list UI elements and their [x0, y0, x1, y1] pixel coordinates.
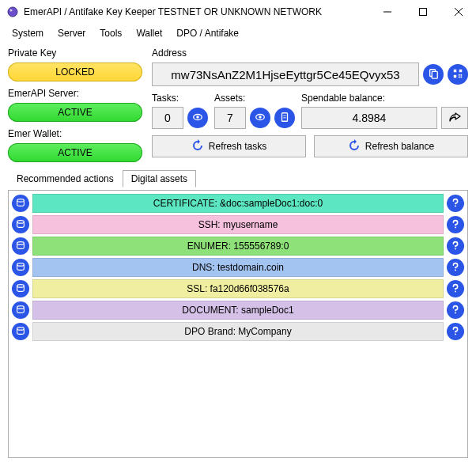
refresh-icon: [348, 139, 361, 154]
assets-panel: CERTIFICATE: &doc:sampleDoc1:doc:0SSH: m…: [8, 190, 468, 458]
asset-disk-button[interactable]: [12, 301, 29, 319]
asset-row: DPO Brand: MyCompany: [12, 322, 464, 341]
app-icon: [6, 6, 19, 18]
tasks-label: Tasks:: [152, 93, 208, 104]
svg-rect-7: [432, 71, 437, 78]
server-button[interactable]: ACTIVE: [8, 103, 142, 122]
private-key-button[interactable]: LOCKED: [8, 63, 142, 81]
close-button[interactable]: [440, 0, 476, 23]
tab-digital-assets[interactable]: Digital assets: [123, 170, 196, 188]
window-title: EmerAPI / Antifake Key Keeper TESTNET OR…: [24, 6, 369, 17]
svg-point-25: [455, 226, 456, 228]
copy-icon: [428, 68, 439, 81]
asset-help-button[interactable]: [447, 301, 464, 319]
svg-rect-10: [454, 74, 457, 78]
balance-value: 4.8984: [301, 107, 437, 129]
svg-point-26: [17, 241, 25, 244]
asset-help-button[interactable]: [447, 237, 464, 255]
asset-help-button[interactable]: [447, 323, 464, 340]
menu-dpo[interactable]: DPO / Antifake: [169, 25, 246, 41]
wallet-button[interactable]: ACTIVE: [8, 143, 142, 162]
asset-disk-button[interactable]: [12, 237, 29, 255]
svg-rect-19: [282, 112, 288, 121]
asset-label[interactable]: DOCUMENT: sampleDoc1: [32, 301, 444, 320]
disk-icon: [15, 325, 26, 339]
asset-disk-button[interactable]: [12, 280, 29, 297]
menu-tools[interactable]: Tools: [93, 25, 129, 41]
svg-point-1: [10, 9, 13, 11]
tasks-value: 0: [152, 107, 183, 129]
asset-label[interactable]: CERTIFICATE: &doc:sampleDoc1:doc:0: [32, 194, 444, 213]
asset-disk-button[interactable]: [12, 216, 29, 233]
address-value: mw73NsAnZ2M1HjseEyttgr5Ce45EQvyx53: [152, 63, 419, 86]
svg-point-35: [455, 333, 456, 335]
menu-server[interactable]: Server: [51, 25, 93, 41]
asset-help-button[interactable]: [447, 259, 464, 276]
disk-icon: [15, 218, 26, 232]
svg-rect-8: [454, 69, 457, 72]
tabbar: Recommended actions Digital assets: [8, 170, 468, 188]
view-tasks-button[interactable]: [187, 108, 208, 128]
menu-wallet[interactable]: Wallet: [129, 25, 169, 41]
asset-row: DOCUMENT: sampleDoc1: [12, 301, 464, 320]
balance-label: Spendable balance:: [301, 93, 468, 104]
svg-point-28: [17, 263, 25, 266]
asset-disk-button[interactable]: [12, 195, 29, 212]
help-icon: [450, 261, 461, 275]
help-icon: [450, 325, 461, 339]
view-assets-button[interactable]: [250, 108, 270, 128]
svg-point-16: [196, 116, 199, 119]
asset-label[interactable]: DPO Brand: MyCompany: [32, 322, 444, 341]
eye-icon: [192, 112, 203, 125]
send-button[interactable]: [441, 107, 468, 129]
help-icon: [450, 218, 461, 232]
menubar: System Server Tools Wallet DPO / Antifak…: [0, 24, 476, 43]
qr-address-button[interactable]: [448, 64, 468, 85]
asset-label[interactable]: SSL: fa120d66f038576a: [32, 279, 444, 298]
svg-point-29: [455, 269, 456, 271]
assets-value: 7: [214, 107, 246, 129]
asset-label[interactable]: ENUMER: 155556789:0: [32, 237, 444, 256]
refresh-balance-label: Refresh balance: [365, 141, 434, 152]
svg-point-18: [259, 116, 262, 119]
svg-rect-14: [461, 76, 463, 78]
qr-icon: [452, 68, 463, 81]
wallet-label: Emer Wallet:: [8, 128, 142, 139]
status-column: Private Key LOCKED EmerAPI Server: ACTIV…: [8, 47, 142, 162]
asset-help-button[interactable]: [447, 216, 464, 233]
menu-system[interactable]: System: [5, 25, 51, 41]
asset-row: DNS: testdomain.coin: [12, 258, 464, 277]
refresh-tasks-button[interactable]: Refresh tasks: [152, 135, 306, 157]
asset-label[interactable]: SSH: myusername: [32, 215, 444, 234]
assets-label: Assets:: [214, 93, 295, 104]
refresh-balance-button[interactable]: Refresh balance: [314, 135, 468, 157]
svg-point-27: [455, 248, 456, 249]
asset-help-button[interactable]: [447, 195, 464, 212]
svg-point-32: [17, 305, 25, 309]
minimize-button[interactable]: [369, 0, 405, 23]
asset-disk-button[interactable]: [12, 259, 29, 276]
help-icon: [450, 282, 461, 296]
address-label: Address: [152, 47, 468, 59]
svg-point-0: [8, 7, 17, 17]
tab-recommended[interactable]: Recommended actions: [8, 170, 123, 188]
help-icon: [450, 304, 461, 317]
refresh-icon: [191, 139, 204, 154]
asset-label[interactable]: DNS: testdomain.coin: [32, 258, 444, 277]
asset-help-button[interactable]: [447, 280, 464, 297]
asset-disk-button[interactable]: [12, 323, 29, 340]
svg-point-34: [17, 327, 25, 330]
svg-rect-13: [459, 76, 460, 78]
copy-address-button[interactable]: [423, 64, 444, 85]
svg-point-31: [455, 290, 456, 292]
disk-icon: [15, 282, 26, 296]
svg-rect-3: [419, 8, 426, 15]
svg-point-33: [455, 312, 456, 313]
maximize-button[interactable]: [405, 0, 440, 23]
asset-action-button[interactable]: [274, 108, 295, 128]
window-controls: [369, 0, 476, 23]
titlebar: EmerAPI / Antifake Key Keeper TESTNET OR…: [0, 0, 476, 24]
svg-rect-12: [461, 74, 463, 75]
svg-point-30: [17, 284, 25, 287]
asset-row: SSL: fa120d66f038576a: [12, 279, 464, 298]
